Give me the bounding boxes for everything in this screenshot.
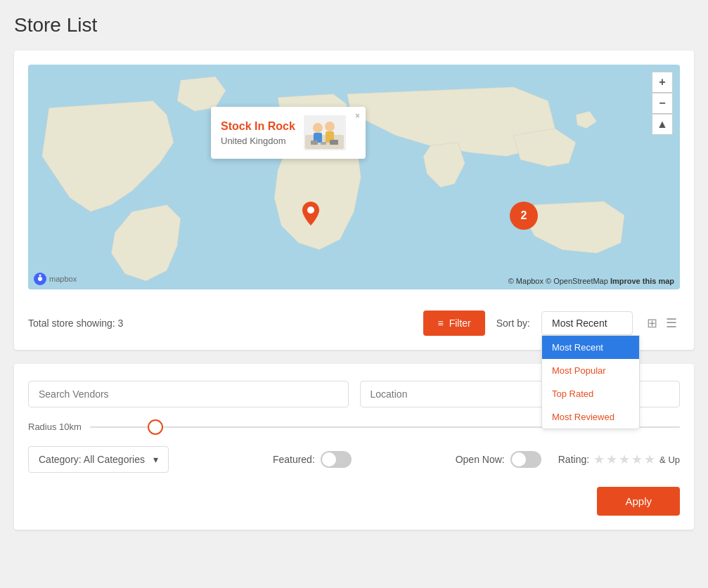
improve-map-link[interactable]: Improve this map xyxy=(610,277,674,285)
map-north-button[interactable]: ▲ xyxy=(652,114,673,135)
star-2[interactable]: ★ xyxy=(606,452,617,467)
mapbox-logo: mapbox xyxy=(34,273,77,285)
map-marker-pin[interactable] xyxy=(302,202,319,228)
map-background: Stock In Rock United Kingdom xyxy=(28,65,680,289)
popup-image xyxy=(304,115,346,150)
grid-view-button[interactable]: ⊞ xyxy=(644,313,660,334)
sort-select-wrapper: Most Recent Most Recent Most Popular Top… xyxy=(541,311,633,335)
open-now-toggle[interactable] xyxy=(510,451,541,468)
svg-point-11 xyxy=(38,277,42,281)
search-input[interactable] xyxy=(28,381,349,407)
featured-group: Featured: xyxy=(273,451,352,468)
map-cluster-marker[interactable]: 2 xyxy=(510,202,538,230)
svg-point-12 xyxy=(39,275,41,277)
list-view-button[interactable]: ☰ xyxy=(663,313,680,334)
popup-store-name: Stock In Rock xyxy=(221,120,295,133)
filter-icon: ≡ xyxy=(437,318,443,329)
map-zoom-in-button[interactable]: + xyxy=(652,72,673,93)
rating-label: Rating: xyxy=(558,454,589,465)
toolbar: Total store showing: 3 ≡ Filter Sort by:… xyxy=(28,303,680,336)
map-container: Stock In Rock United Kingdom xyxy=(28,65,680,289)
star-1[interactable]: ★ xyxy=(593,452,605,467)
radius-label: Radius 10km xyxy=(28,422,82,432)
sort-label: Sort by: xyxy=(496,318,530,329)
options-row: Category: All Categories ▾ Featured: Ope… xyxy=(28,446,680,473)
sort-select[interactable]: Most Recent xyxy=(541,311,633,335)
svg-point-4 xyxy=(325,122,335,131)
star-4[interactable]: ★ xyxy=(631,452,643,467)
rating-stars[interactable]: ★ ★ ★ ★ ★ xyxy=(593,452,655,467)
category-label: Category: All Categories xyxy=(39,454,145,465)
category-select[interactable]: Category: All Categories ▾ xyxy=(28,446,169,473)
popup-info: Stock In Rock United Kingdom xyxy=(221,120,295,146)
open-now-group: Open Now: xyxy=(456,451,541,468)
popup-location: United Kingdom xyxy=(221,136,295,146)
svg-point-9 xyxy=(307,207,314,214)
popup-close-button[interactable]: × xyxy=(355,111,360,121)
view-buttons: ⊞ ☰ xyxy=(644,313,680,334)
svg-rect-6 xyxy=(311,141,318,145)
map-attribution: © Mapbox © OpenStreetMap Improve this ma… xyxy=(508,277,674,285)
sort-dropdown: Most Recent Most Popular Top Rated Most … xyxy=(541,335,640,429)
sort-current-value: Most Recent xyxy=(552,318,607,329)
open-now-label: Open Now: xyxy=(456,454,505,465)
store-count: Total store showing: 3 xyxy=(28,318,412,329)
svg-point-2 xyxy=(313,123,323,133)
category-chevron-icon: ▾ xyxy=(153,454,158,465)
featured-label: Featured: xyxy=(273,454,315,465)
sort-option-most-popular[interactable]: Most Popular xyxy=(542,359,639,382)
svg-rect-8 xyxy=(330,140,338,145)
map-popup: Stock In Rock United Kingdom xyxy=(211,107,366,159)
filter-label: Filter xyxy=(449,318,471,329)
rating-group: Rating: ★ ★ ★ ★ ★ & Up xyxy=(558,452,680,467)
page-title: Store List xyxy=(14,14,694,37)
sort-option-top-rated[interactable]: Top Rated xyxy=(542,382,639,405)
sort-option-most-reviewed[interactable]: Most Reviewed xyxy=(542,405,639,429)
filter-button[interactable]: ≡ Filter xyxy=(423,311,484,336)
star-5[interactable]: ★ xyxy=(644,452,655,467)
main-card: Stock In Rock United Kingdom xyxy=(14,51,694,350)
featured-toggle[interactable] xyxy=(321,451,352,468)
map-zoom-out-button[interactable]: − xyxy=(652,93,673,114)
sort-option-most-recent[interactable]: Most Recent xyxy=(542,336,639,359)
star-3[interactable]: ★ xyxy=(619,452,630,467)
svg-rect-7 xyxy=(321,142,326,145)
map-controls: + − ▲ xyxy=(652,72,673,135)
apply-button[interactable]: Apply xyxy=(597,487,680,516)
and-up-label: & Up xyxy=(659,455,680,465)
